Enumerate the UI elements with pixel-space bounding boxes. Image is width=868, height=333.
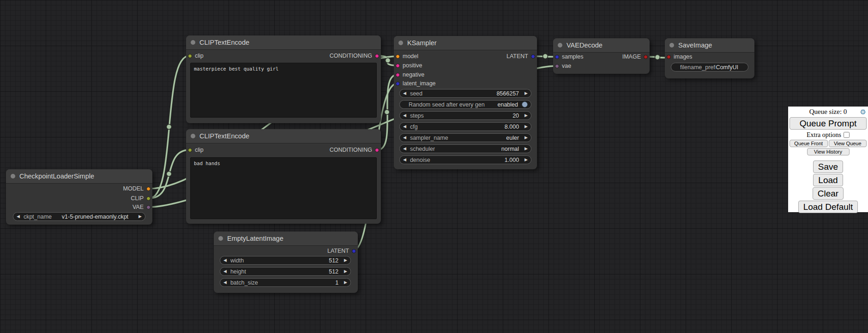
output-port-conditioning[interactable] bbox=[375, 148, 379, 152]
extra-options-row: Extra options bbox=[807, 131, 850, 139]
collapse-dot-icon[interactable] bbox=[11, 174, 15, 178]
widget-random-seed-toggle[interactable]: Random seed after every gen enabled bbox=[399, 100, 531, 109]
stepper-right-arrow-icon[interactable]: ▶ bbox=[524, 125, 528, 129]
stepper-left-arrow-icon[interactable]: ◀ bbox=[403, 158, 406, 162]
output-port-clip[interactable] bbox=[146, 196, 151, 201]
input-port-latent-image[interactable] bbox=[396, 82, 400, 86]
widget-height[interactable]: ◀ height 512 ▶ bbox=[220, 267, 351, 276]
settings-gear-icon[interactable]: ⚙ bbox=[860, 107, 866, 117]
node-checkpointloadersimple[interactable]: CheckpointLoaderSimple MODEL CLIP VAE ◀ … bbox=[6, 169, 152, 225]
stepper-right-arrow-icon[interactable]: ▶ bbox=[524, 113, 528, 118]
node-saveimage[interactable]: SaveImage images filename_prefix ComfyUI bbox=[665, 38, 754, 78]
queue-prompt-button[interactable]: Queue Prompt bbox=[790, 117, 867, 130]
widget-steps[interactable]: ◀ steps 20 ▶ bbox=[399, 111, 531, 120]
stepper-left-arrow-icon[interactable]: ◀ bbox=[403, 147, 406, 151]
widget-seed[interactable]: ◀ seed 8566257 ▶ bbox=[399, 89, 531, 98]
widget-cfg[interactable]: ◀ cfg 8.000 ▶ bbox=[399, 122, 531, 131]
widget-sampler-name[interactable]: ◀ sampler_name euler ▶ bbox=[399, 133, 531, 142]
input-port-model[interactable] bbox=[396, 54, 400, 59]
node-emptylatentimage[interactable]: EmptyLatentImage LATENT ◀ width 512 ▶ ◀ … bbox=[214, 232, 358, 293]
output-port-latent[interactable] bbox=[531, 54, 535, 59]
widget-denoise[interactable]: ◀ denoise 1.000 ▶ bbox=[399, 155, 531, 164]
collapse-dot-icon[interactable] bbox=[218, 236, 223, 241]
toggle-on-icon[interactable] bbox=[522, 101, 528, 107]
link-midpoint-dot bbox=[655, 55, 660, 60]
port-label: VAE bbox=[133, 204, 144, 210]
input-port-clip[interactable] bbox=[188, 148, 192, 152]
widget-scheduler[interactable]: ◀ scheduler normal ▶ bbox=[399, 144, 531, 153]
node-cliptextencode-negative[interactable]: CLIPTextEncode clip CONDITIONING bad han… bbox=[186, 129, 381, 224]
widget-label: sampler_name bbox=[410, 135, 448, 141]
node-title-bar[interactable]: CLIPTextEncode bbox=[186, 36, 381, 50]
stepper-left-arrow-icon[interactable]: ◀ bbox=[223, 269, 227, 274]
clear-button[interactable]: Clear bbox=[813, 187, 844, 200]
view-history-button[interactable]: View History bbox=[807, 148, 850, 155]
comfyui-canvas[interactable]: { "colors": { "wire": "#a9c3a4", "model_… bbox=[0, 0, 868, 333]
queue-panel: Queue size: 0 ⚙ Queue Prompt Extra optio… bbox=[788, 107, 868, 212]
widget-ckpt-name[interactable]: ◀ ckpt_name v1-5-pruned-emaonly.ckpt ▶ bbox=[13, 212, 145, 221]
node-title-bar[interactable]: KSampler bbox=[394, 36, 537, 50]
stepper-left-arrow-icon[interactable]: ◀ bbox=[403, 113, 406, 118]
extra-options-checkbox[interactable] bbox=[844, 132, 850, 138]
stepper-right-arrow-icon[interactable]: ▶ bbox=[344, 258, 347, 262]
stepper-right-arrow-icon[interactable]: ▶ bbox=[139, 214, 142, 219]
collapse-dot-icon[interactable] bbox=[398, 41, 403, 45]
output-port-image[interactable] bbox=[644, 55, 648, 59]
output-port-vae[interactable] bbox=[146, 205, 151, 209]
widget-label: cfg bbox=[410, 124, 418, 130]
negative-prompt-textarea[interactable]: bad hands bbox=[190, 157, 377, 219]
widget-value: 8.000 bbox=[505, 124, 519, 130]
stepper-right-arrow-icon[interactable]: ▶ bbox=[524, 136, 528, 140]
load-default-button[interactable]: Load Default bbox=[798, 201, 858, 213]
output-port-model[interactable] bbox=[146, 187, 151, 191]
collapse-dot-icon[interactable] bbox=[669, 43, 674, 48]
input-port-positive[interactable] bbox=[396, 64, 400, 68]
stepper-left-arrow-icon[interactable]: ◀ bbox=[403, 136, 406, 140]
widget-label: denoise bbox=[410, 157, 430, 163]
stepper-left-arrow-icon[interactable]: ◀ bbox=[223, 258, 227, 262]
widget-value: 512 bbox=[329, 257, 338, 264]
input-port-vae[interactable] bbox=[555, 64, 559, 68]
collapse-dot-icon[interactable] bbox=[558, 43, 562, 48]
node-title-bar[interactable]: CheckpointLoaderSimple bbox=[6, 169, 152, 184]
load-button[interactable]: Load bbox=[813, 174, 843, 186]
widget-label: batch_size bbox=[230, 279, 258, 286]
stepper-left-arrow-icon[interactable]: ◀ bbox=[403, 125, 406, 129]
node-title-bar[interactable]: SaveImage bbox=[665, 38, 754, 53]
node-title-bar[interactable]: VAEDecode bbox=[553, 38, 650, 53]
widget-value: 512 bbox=[329, 268, 338, 275]
stepper-left-arrow-icon[interactable]: ◀ bbox=[403, 91, 406, 95]
collapse-dot-icon[interactable] bbox=[191, 134, 195, 138]
input-port-samples[interactable] bbox=[555, 55, 559, 59]
positive-prompt-textarea[interactable]: masterpiece best quality girl bbox=[190, 63, 377, 118]
stepper-right-arrow-icon[interactable]: ▶ bbox=[524, 158, 528, 162]
save-button[interactable]: Save bbox=[813, 161, 843, 173]
stepper-right-arrow-icon[interactable]: ▶ bbox=[524, 147, 528, 151]
input-port-images[interactable] bbox=[667, 55, 671, 59]
stepper-right-arrow-icon[interactable]: ▶ bbox=[524, 91, 528, 95]
collapse-dot-icon[interactable] bbox=[191, 40, 195, 45]
port-label: model bbox=[403, 53, 418, 59]
view-queue-button[interactable]: View Queue bbox=[829, 140, 867, 147]
queue-panel-header: Queue size: 0 ⚙ bbox=[790, 107, 867, 117]
stepper-right-arrow-icon[interactable]: ▶ bbox=[344, 280, 347, 285]
stepper-right-arrow-icon[interactable]: ▶ bbox=[344, 269, 347, 274]
input-port-clip[interactable] bbox=[188, 54, 192, 58]
output-port-latent[interactable] bbox=[352, 249, 356, 253]
widget-batch-size[interactable]: ◀ batch_size 1 ▶ bbox=[220, 278, 351, 287]
output-port-conditioning[interactable] bbox=[375, 54, 379, 58]
node-ksampler[interactable]: KSampler model positive negative latent_… bbox=[394, 36, 537, 169]
queue-front-button[interactable]: Queue Front bbox=[790, 140, 828, 147]
port-label: IMAGE bbox=[622, 54, 641, 60]
stepper-left-arrow-icon[interactable]: ◀ bbox=[17, 214, 20, 219]
node-cliptextencode-positive[interactable]: CLIPTextEncode clip CONDITIONING masterp… bbox=[186, 36, 381, 123]
node-vaedecode[interactable]: VAEDecode samples vae IMAGE bbox=[553, 38, 650, 74]
widget-width[interactable]: ◀ width 512 ▶ bbox=[220, 256, 351, 265]
input-port-negative[interactable] bbox=[396, 73, 400, 77]
port-label: CONDITIONING bbox=[330, 53, 372, 59]
node-title-bar[interactable]: CLIPTextEncode bbox=[186, 129, 381, 143]
port-label: clip bbox=[195, 147, 204, 153]
widget-filename-prefix[interactable]: filename_prefix ComfyUI bbox=[671, 63, 748, 71]
node-title-bar[interactable]: EmptyLatentImage bbox=[214, 232, 358, 246]
stepper-left-arrow-icon[interactable]: ◀ bbox=[223, 280, 227, 285]
